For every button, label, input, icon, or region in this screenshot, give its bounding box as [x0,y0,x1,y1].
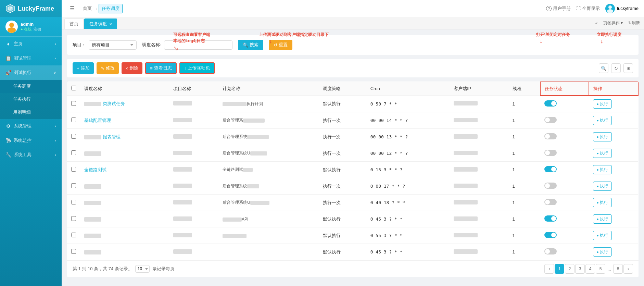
execute-button[interactable]: ● 执行 [593,247,612,257]
status-toggle[interactable] [544,166,557,172]
sidebar-item-sys-monitor[interactable]: 📡 系统监控 › [0,133,62,148]
sidebar-item-home[interactable]: ♦ 主页 › [0,37,62,51]
page-2-button[interactable]: 2 [565,264,574,274]
execute-button[interactable]: ● 执行 [593,116,612,125]
breadcrumb-current[interactable]: 任务调度 [99,4,123,13]
prev-page-button[interactable]: ‹ [544,264,554,274]
status-online[interactable]: ● 在线 [21,27,31,32]
add-button[interactable]: + 添加 [73,62,94,74]
table-layout-button[interactable]: ⊞ [623,63,633,73]
table-refresh-button[interactable]: ↻ [611,63,621,73]
reset-button[interactable]: ↺ 重置 [269,40,292,50]
header-user[interactable]: luckyframe [605,4,639,13]
page-1-button[interactable]: 1 [555,264,564,274]
row-checkbox[interactable] [71,216,76,221]
status-cell [540,129,589,145]
view-log-button[interactable]: ≡ 查看日志 [145,62,177,74]
page-size-suffix: 条记录每页 [152,266,175,272]
status-toggle[interactable] [544,199,557,205]
schedule-name-link[interactable]: 类测试任务 [103,101,125,106]
schedule-name-input[interactable] [164,40,232,50]
page-8-button[interactable]: 8 [613,264,623,274]
sidebar-item-test-exec[interactable]: 🚀 测试执行 ∨ [0,65,62,80]
th-thread: 线程 [508,82,540,96]
schedule-name-link[interactable]: 全链路测试 [84,167,106,172]
page-3-button[interactable]: 3 [575,264,585,274]
next-page-button[interactable]: › [623,264,633,274]
row-checkbox[interactable] [71,150,76,155]
row-checkbox[interactable] [71,167,76,172]
cron-cell: 00 00 12 * * ? [366,145,450,162]
row-checkbox[interactable] [71,101,76,106]
logout-link[interactable]: 注销 [34,27,41,32]
row-checkbox[interactable] [71,249,76,254]
execute-button[interactable]: ● 执行 [593,198,612,207]
status-toggle[interactable] [544,248,557,254]
thread-cell: 1 [508,129,540,145]
execute-button[interactable]: ● 执行 [593,231,612,240]
question-icon: ? [546,6,552,11]
status-toggle[interactable] [544,117,557,123]
schedule-name-link[interactable]: 基础配置管理 [84,118,111,123]
row-checkbox[interactable] [71,117,76,122]
th-checkbox [67,82,80,96]
sidebar-item-sys-tools[interactable]: 🔧 系统工具 › [0,148,62,162]
edit-button[interactable]: ✎ 修改 [97,62,119,74]
page-ops-button[interactable]: 页签操作 ▾ [602,20,624,27]
row-checkbox[interactable] [71,134,76,139]
table-search-button[interactable]: 🔍 [599,63,608,73]
user-manual-button[interactable]: ? 用户手册 [546,5,571,12]
prev-tab-button[interactable]: « [594,20,599,26]
breadcrumb-home[interactable]: 首页 [80,4,94,13]
execute-button[interactable]: ● 执行 [593,99,612,109]
select-all-checkbox[interactable] [71,86,76,90]
delete-button[interactable]: × 删除 [122,62,143,74]
execute-button[interactable]: ● 执行 [593,132,612,141]
schedule-name-link[interactable]: 报表管理 [103,134,121,139]
status-toggle[interactable] [544,150,557,156]
status-toggle[interactable] [544,215,557,222]
sys-tools-arrow: › [55,153,56,157]
fullscreen-button[interactable]: ⛶ 全屏显示 [576,5,600,12]
row-checkbox[interactable] [71,183,76,188]
plan-name: 后台管理系统 [223,134,269,139]
sidebar-test-mgmt-label: 测试管理 [14,55,31,61]
status-cell [540,178,589,195]
execute-button[interactable]: ● 执行 [593,149,612,158]
execute-button[interactable]: ● 执行 [593,182,612,191]
refresh-button[interactable]: ↻刷新 [627,20,641,27]
sidebar-submenu-item-use-cases[interactable]: 用例明细 [0,106,62,119]
page-size-select[interactable]: 10 20 50 [135,265,150,273]
page-5-button[interactable]: 5 [596,264,605,274]
row-checkbox[interactable] [71,233,76,237]
page-4-button[interactable]: 4 [585,264,595,274]
tab-task-schedule-label: 任务调度 [89,21,107,27]
execute-button[interactable]: ● 执行 [593,214,612,224]
plan-name: 执行计划 [223,101,263,106]
search-button[interactable]: 🔍 搜索 [238,40,263,50]
action-cell: ● 执行 [589,195,638,211]
strategy-cell: 默认执行 [319,96,366,112]
delete-icon: × [126,66,128,71]
sidebar-submenu-item-task-exec[interactable]: 任务执行 [0,93,62,106]
sidebar-submenu-item-task-schedule[interactable]: 任务调度 [0,80,62,93]
thread-cell: 1 [508,227,540,244]
breadcrumb: 首页 › 任务调度 [80,4,123,13]
tab-close-icon[interactable]: ✕ [109,22,112,26]
collapse-button[interactable]: ☰ [67,4,77,13]
tab-task-schedule[interactable]: 任务调度 ✕ [84,18,117,29]
status-toggle[interactable] [544,100,557,107]
sidebar-item-sys-mgmt[interactable]: ⚙ 系统管理 › [0,119,62,133]
upload-driver-button[interactable]: ↑ 上传驱动包 [179,62,215,74]
user-manual-label: 用户手册 [553,5,571,12]
status-toggle[interactable] [544,183,557,189]
sidebar-item-test-mgmt[interactable]: 📋 测试管理 › [0,51,62,65]
plan-name: 全链路测试 [223,167,253,172]
tab-home[interactable]: 首页 [64,18,84,29]
row-checkbox[interactable] [71,200,76,204]
execute-button[interactable]: ● 执行 [593,165,612,174]
thread-cell: 1 [508,145,540,162]
project-select[interactable]: 所有项目 项目A 项目B [89,40,137,50]
status-toggle[interactable] [544,232,557,238]
status-toggle[interactable] [544,133,557,139]
